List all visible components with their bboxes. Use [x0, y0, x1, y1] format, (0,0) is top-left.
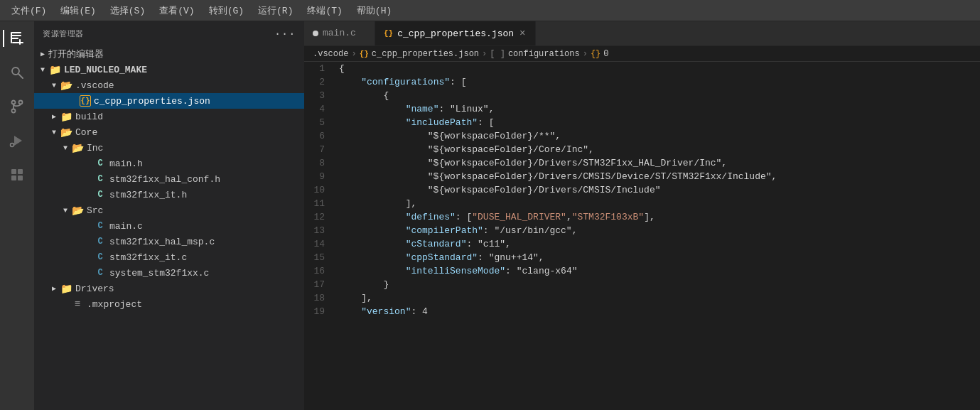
line-content: {	[336, 89, 980, 102]
line-content: "name": "Linux",	[336, 102, 980, 116]
line-number: 15	[304, 251, 336, 264]
breadcrumb-configurations[interactable]: configurations	[508, 49, 580, 59]
line-content: "defines": ["DUSE_HAL_DRIVER","STM32F103…	[336, 210, 980, 224]
sidebar-more-button[interactable]: ···	[274, 28, 296, 41]
tab-cpp-props-label: c_cpp_properties.json	[397, 28, 514, 39]
tab-main-c-label: main.c	[323, 28, 356, 38]
line-content: ],	[336, 291, 980, 305]
breadcrumb-0[interactable]: 0	[603, 49, 608, 59]
it-h-icon: C	[94, 188, 107, 201]
table-row: 17 }	[304, 278, 980, 291]
line-number: 11	[304, 197, 336, 210]
line-number: 4	[304, 102, 336, 116]
activity-search[interactable]	[3, 58, 31, 87]
svg-rect-0	[11, 32, 21, 33]
tree-item-build[interactable]: 📁 build	[34, 109, 304, 124]
code-editor[interactable]: 1{2 "configurations": [3 {4 "name": "Lin…	[304, 62, 980, 410]
inc-label: Inc	[87, 143, 298, 153]
table-row: 9 "${workspaceFolder}/Drivers/CMSIS/Devi…	[304, 170, 980, 183]
src-label: Src	[87, 205, 298, 216]
svg-rect-16	[18, 169, 23, 174]
menu-help[interactable]: 帮助(H)	[351, 3, 397, 18]
tree-item-root[interactable]: 📁 LED_NUCLEO_MAKE	[34, 62, 304, 77]
tree-item-hal-conf-h[interactable]: C stm32f1xx_hal_conf.h	[34, 171, 304, 187]
open-editors-section[interactable]: 打开的编辑器	[34, 46, 304, 62]
tree-item-system-c[interactable]: C system_stm32f1xx.c	[34, 265, 304, 281]
hal-conf-h-label: stm32f1xx_hal_conf.h	[109, 174, 298, 185]
tree-item-hal-msp-c[interactable]: C stm32f1xx_hal_msp.c	[34, 234, 304, 249]
table-row: 19 "version": 4	[304, 305, 980, 318]
table-row: 7 "${workspaceFolder}/Core/Inc",	[304, 143, 980, 156]
activity-extensions[interactable]	[3, 161, 31, 189]
line-content: "compilerPath": "/usr/bin/gcc",	[336, 224, 980, 237]
table-row: 2 "configurations": [	[304, 75, 980, 89]
breadcrumb-json-icon: {}	[360, 50, 369, 58]
open-editors-label: 打开的编辑器	[48, 48, 298, 60]
menu-edit[interactable]: 编辑(E)	[55, 3, 101, 18]
table-row: 3 {	[304, 89, 980, 102]
table-row: 8 "${workspaceFolder}/Drivers/STM32F1xx_…	[304, 156, 980, 170]
activity-run-debug[interactable]	[3, 126, 31, 155]
tree-item-inc[interactable]: 📂 Inc	[34, 140, 304, 156]
tree-item-it-c[interactable]: C stm32f1xx_it.c	[34, 249, 304, 265]
line-number: 10	[304, 183, 336, 197]
line-content: "${workspaceFolder}/Drivers/STM32F1xx_HA…	[336, 156, 980, 170]
core-arrow	[48, 126, 60, 138]
line-number: 6	[304, 129, 336, 143]
activity-explorer[interactable]	[3, 24, 31, 53]
menu-run[interactable]: 运行(R)	[252, 3, 298, 18]
line-number: 7	[304, 143, 336, 156]
line-number: 9	[304, 170, 336, 183]
tab-cpp-props-icon: {}	[384, 29, 393, 38]
line-number: 5	[304, 116, 336, 129]
mxproject-icon: ≡	[71, 298, 84, 311]
tab-main-c[interactable]: main.c	[304, 21, 375, 45]
tree-item-src[interactable]: 📂 Src	[34, 203, 304, 218]
system-c-label: system_stm32f1xx.c	[109, 268, 298, 279]
svg-point-14	[11, 144, 14, 147]
breadcrumb-sep2: ›	[482, 49, 487, 59]
breadcrumb-filename[interactable]: c_cpp_properties.json	[372, 49, 479, 59]
table-row: 13 "compilerPath": "/usr/bin/gcc",	[304, 224, 980, 237]
menu-view[interactable]: 查看(V)	[154, 3, 200, 18]
tab-cpp-props[interactable]: {} c_cpp_properties.json ×	[375, 21, 536, 45]
svg-point-10	[12, 109, 16, 113]
tree-item-main-c[interactable]: C main.c	[34, 218, 304, 234]
sidebar-content: 打开的编辑器 📁 LED_NUCLEO_MAKE 📂 .vscode {} c_…	[34, 46, 304, 410]
table-row: 16 "intelliSenseMode": "clang-x64"	[304, 264, 980, 278]
table-row: 10 "${workspaceFolder}/Drivers/CMSIS/Inc…	[304, 183, 980, 197]
editor-area: main.c {} c_cpp_properties.json × .vscod…	[304, 21, 980, 410]
tree-item-drivers[interactable]: 📁 Drivers	[34, 281, 304, 296]
table-row: 15 "cppStandard": "gnu++14",	[304, 251, 980, 264]
svg-rect-3	[11, 32, 12, 43]
line-content: "${workspaceFolder}/Drivers/CMSIS/Device…	[336, 170, 980, 183]
line-number: 8	[304, 156, 336, 170]
cpp-props-label: c_cpp_properties.json	[94, 96, 298, 107]
svg-marker-13	[14, 136, 22, 146]
breadcrumb-vscode[interactable]: .vscode	[313, 49, 348, 59]
root-folder-icon: 📁	[48, 63, 61, 76]
sidebar: 资源管理器 ··· 打开的编辑器 📁 LED_NUCLEO_MAKE 📂 .vs…	[34, 21, 304, 410]
breadcrumb-array-icon: [ ]	[490, 49, 505, 59]
menu-goto[interactable]: 转到(G)	[203, 3, 249, 18]
tab-cpp-props-close[interactable]: ×	[518, 26, 527, 41]
root-arrow	[37, 64, 48, 75]
tree-item-mxproject[interactable]: ≡ .mxproject	[34, 296, 304, 312]
menu-terminal[interactable]: 终端(T)	[301, 3, 348, 18]
svg-rect-15	[11, 169, 16, 174]
menu-file[interactable]: 文件(F)	[6, 3, 52, 18]
tree-item-cpp-props[interactable]: {} c_cpp_properties.json	[34, 93, 304, 109]
table-row: 18 ],	[304, 291, 980, 305]
drivers-label: Drivers	[75, 284, 298, 294]
table-row: 4 "name": "Linux",	[304, 102, 980, 116]
breadcrumb-sep1: ›	[351, 49, 356, 59]
tree-item-main-h[interactable]: C main.h	[34, 156, 304, 171]
activity-source-control[interactable]	[3, 92, 31, 121]
menu-select[interactable]: 选择(S)	[104, 3, 151, 18]
svg-line-8	[18, 74, 23, 78]
tree-item-core[interactable]: 📂 Core	[34, 124, 304, 140]
tree-item-vscode[interactable]: 📂 .vscode	[34, 77, 304, 93]
line-content: "includePath": [	[336, 116, 980, 129]
system-c-icon: C	[94, 266, 107, 279]
tree-item-it-h[interactable]: C stm32f1xx_it.h	[34, 187, 304, 203]
